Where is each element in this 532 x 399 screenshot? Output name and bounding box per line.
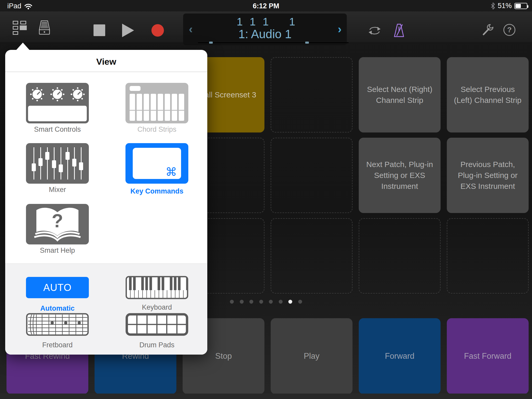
view-item-mixer[interactable]: Mixer [26,143,89,184]
playhead-marker[interactable] [305,42,309,44]
page-dot-8[interactable] [298,300,302,304]
page-dot-2[interactable] [240,300,244,304]
view-item-smart-controls[interactable]: Smart Controls [26,83,89,123]
transport-forward-button[interactable]: Forward [359,318,441,394]
key-command-select-next-channel-strip[interactable]: Select Next (Right) Channel Strip [359,57,441,132]
lcd-display: ‹ 1 1 1 1 1: Audio 1 › [183,14,347,45]
item-label: Fretboard [10,341,104,349]
command-icon[interactable]: ⌘ [125,143,188,184]
library-button[interactable] [37,20,52,36]
page-dot-1[interactable] [230,300,234,304]
empty-key-slot[interactable] [271,218,353,294]
position-ticks: 1 [289,16,295,28]
metronome-button[interactable] [393,23,405,38]
playhead-position: 1 1 1 1 [183,16,347,27]
divider [5,72,207,72]
cycle-mode-button[interactable] [368,25,382,38]
item-label: Key Commands [110,187,204,195]
bluetooth-icon [491,2,495,10]
position-division: 1 [263,16,269,28]
item-label: Keyboard [110,303,204,311]
page-dot-4[interactable] [259,300,263,304]
view-item-key-commands[interactable]: ⌘ Key Commands [125,143,188,184]
key-command-previous-patch[interactable]: Previous Patch, Plug-in Setting or EXS I… [447,138,529,213]
bottom-strip [0,394,532,399]
guitar-fretboard-icon[interactable] [26,313,89,337]
view-item-drum-pads[interactable]: Drum Pads [125,313,188,337]
play-transport-button[interactable] [122,24,134,37]
stop-transport-button[interactable] [94,24,105,36]
item-label: Automatic [10,304,104,312]
key-command-select-previous-channel-strip[interactable]: Select Previous (Left) Channel Strip [447,57,529,132]
track-name: 1: Audio 1 [183,27,347,41]
empty-key-slot[interactable] [271,138,353,213]
item-label: Smart Controls [10,125,104,134]
help-button[interactable]: ? [503,24,515,36]
popover-title: View [5,57,207,67]
empty-key-slot[interactable] [271,57,353,132]
page-dot-3[interactable] [249,300,253,304]
smart-controls-icon[interactable] [26,83,89,123]
logic-remote-screen: iPad 6:12 PM 51% [0,0,532,399]
position-beats: 1 [250,16,256,28]
transport-play-button[interactable]: Play [271,318,353,394]
item-label: Smart Help [10,247,104,255]
page-dot-7-active[interactable] [288,300,292,304]
view-item-fretboard[interactable]: Fretboard [26,313,89,337]
popover-arrow [16,43,30,50]
empty-key-slot[interactable] [359,218,441,294]
item-label: Drum Pads [110,341,204,349]
page-dot-6[interactable] [279,300,283,304]
battery-percent: 51% [498,2,512,10]
rack-icon [37,20,52,35]
svg-text:?: ? [52,210,63,231]
key-command-next-patch[interactable]: Next Patch, Plug-in Setting or EXS Instr… [359,138,441,213]
auto-button[interactable]: AUTO [26,277,89,298]
battery-icon [514,3,527,9]
chord-strips-icon[interactable] [125,83,188,123]
clock: 6:12 PM [0,2,532,10]
record-button[interactable] [151,24,164,37]
piano-keyboard-icon[interactable] [125,276,188,300]
item-label: Mixer [10,186,104,194]
view-item-keyboard[interactable]: Keyboard [125,276,188,300]
cycle-loop-icon [368,25,382,37]
view-item-smart-help[interactable]: ? Smart Help [26,204,89,244]
timeline-scrubber[interactable] [198,42,349,44]
cmd-glyph: ⌘ [165,165,177,178]
next-track-chevron[interactable]: › [338,22,342,36]
open-book-question-icon[interactable]: ? [26,204,89,244]
metronome-icon [393,23,405,37]
settings-button[interactable] [481,23,494,37]
cycle-start-marker[interactable] [209,42,213,44]
page-dot-5[interactable] [269,300,273,304]
view-popover: View Smart Controls Chord Strips [5,50,207,355]
empty-key-slot[interactable] [447,218,529,294]
item-label: Chord Strips [110,125,204,134]
view-menu-button[interactable] [13,21,27,35]
wrench-icon [481,23,494,36]
transport-fast-forward-button[interactable]: Fast Forward [447,318,529,394]
question-mark-icon: ? [507,26,511,34]
control-bar: ‹ 1 1 1 1 1: Audio 1 › [0,11,532,42]
drum-pads-grid-icon[interactable] [125,313,188,337]
view-item-chord-strips[interactable]: Chord Strips [125,83,188,123]
position-bars: 1 [237,16,243,28]
mixer-icon[interactable] [26,143,89,184]
status-bar: iPad 6:12 PM 51% [0,0,532,11]
